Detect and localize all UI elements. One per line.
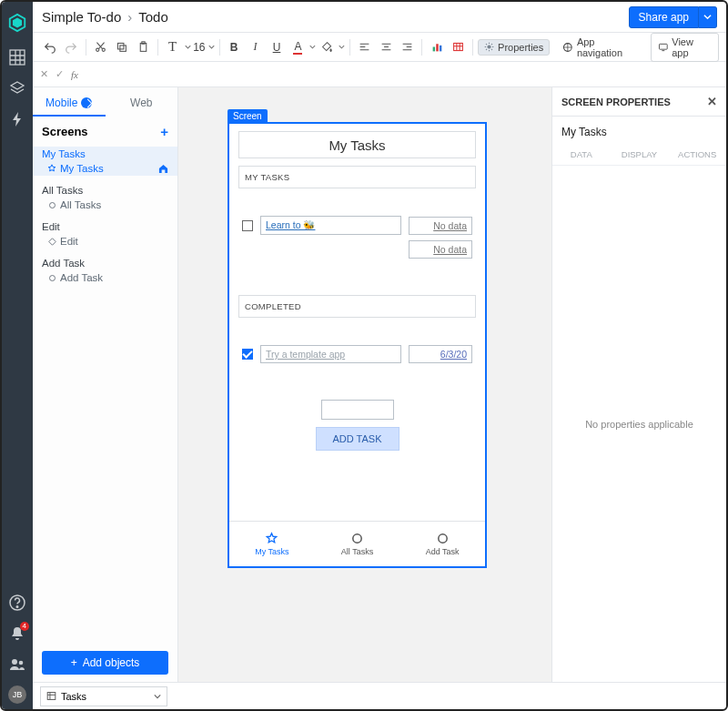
section-my-tasks-label[interactable]: MY TASKS (238, 166, 476, 188)
tab-mobile[interactable]: Mobile (33, 96, 106, 117)
page-title[interactable]: My Tasks (238, 131, 476, 158)
circle-icon (47, 273, 56, 282)
top-bar: Simple To-do › Todo Share app (33, 2, 726, 33)
fill-color-button[interactable] (318, 37, 337, 57)
grid-icon[interactable] (8, 48, 26, 66)
properties-empty: No properties applicable (552, 166, 726, 682)
task-row-open[interactable]: Learn to 🐝 No data (242, 216, 472, 235)
circle-icon (47, 200, 56, 209)
redo-button[interactable] (61, 37, 80, 57)
canvas[interactable]: Screen My Tasks MY TASKS Learn to 🐝 No d… (178, 87, 726, 682)
font-size[interactable]: 16 (193, 41, 214, 54)
breadcrumb-page[interactable]: Todo (138, 9, 168, 25)
svg-point-39 (49, 275, 55, 280)
share-app-button[interactable]: Share app (629, 6, 699, 28)
text-style-button[interactable]: T (163, 37, 182, 57)
chevron-down-icon[interactable] (184, 37, 191, 57)
tab-actions[interactable]: ACTIONS (668, 144, 726, 165)
align-center-button[interactable] (377, 37, 396, 57)
tab-web[interactable]: Web (106, 96, 178, 117)
task-meta-field[interactable]: No data (409, 217, 472, 235)
sidebar-item-my-tasks[interactable]: My Tasks (33, 147, 177, 161)
svg-rect-29 (439, 46, 440, 52)
bold-button[interactable]: B (224, 37, 243, 57)
align-left-button[interactable] (355, 37, 374, 57)
accept-icon[interactable]: ✓ (56, 68, 64, 80)
status-bar: Tasks (33, 682, 726, 709)
plus-icon: + (71, 656, 77, 669)
app-navigation-button[interactable]: App navigation (557, 35, 646, 60)
people-icon[interactable] (8, 655, 26, 674)
close-icon[interactable]: ✕ (707, 95, 717, 108)
device-bottom-nav: My Tasks All Tasks Add Task (229, 521, 485, 566)
sidebar-item-all-tasks[interactable]: All Tasks (33, 183, 177, 198)
italic-button[interactable]: I (246, 37, 265, 57)
nav-add-task[interactable]: Add Task (399, 522, 485, 566)
svg-point-11 (19, 661, 24, 665)
notifications-icon[interactable]: 4 (8, 625, 26, 643)
properties-toggle[interactable]: Properties (478, 39, 550, 56)
cut-button[interactable] (91, 37, 110, 57)
svg-point-41 (438, 534, 446, 543)
tab-data[interactable]: DATA (552, 144, 611, 165)
task-meta-field[interactable]: No data (409, 240, 472, 259)
sidebar-item-add-task[interactable]: Add Task (33, 256, 177, 270)
task-row-open-secondary[interactable]: No data (242, 240, 472, 259)
checkbox-checked[interactable] (242, 349, 253, 360)
align-right-button[interactable] (398, 37, 417, 57)
view-app-button[interactable]: View app (651, 33, 719, 62)
nav-my-tasks[interactable]: My Tasks (229, 522, 315, 566)
undo-button[interactable] (40, 37, 59, 57)
properties-header: SCREEN PROPERTIES ✕ (552, 87, 726, 117)
breadcrumb: Simple To-do › Todo (42, 9, 168, 25)
body-row: Mobile Web Screens + My Tasks My Tasks A… (33, 87, 726, 682)
formula-input[interactable] (86, 74, 719, 75)
properties-label: Properties (498, 42, 543, 53)
task-text-field[interactable]: Try a template app (260, 345, 401, 363)
paste-button[interactable] (134, 37, 153, 57)
svg-point-38 (49, 202, 55, 208)
tab-display[interactable]: DISPLAY (611, 144, 669, 165)
chevron-down-icon[interactable] (309, 44, 316, 50)
sidebar-item-edit[interactable]: Edit (33, 219, 177, 234)
screens-sidebar: Mobile Web Screens + My Tasks My Tasks A… (33, 87, 178, 682)
chevron-right-icon: › (127, 9, 132, 25)
tag-icon (47, 237, 56, 246)
sidebar-sub-my-tasks[interactable]: My Tasks (33, 161, 177, 176)
section-completed-label[interactable]: COMPLETED (238, 295, 476, 318)
add-screen-button[interactable]: + (160, 124, 168, 139)
device-preview[interactable]: My Tasks MY TASKS Learn to 🐝 No data No … (228, 122, 487, 568)
copy-button[interactable] (112, 37, 131, 57)
chevron-down-icon[interactable] (339, 44, 345, 50)
sidebar-sub-add-task[interactable]: Add Task (33, 270, 177, 285)
help-icon[interactable] (8, 594, 26, 612)
avatar[interactable]: JB (8, 686, 26, 704)
bolt-icon[interactable] (8, 110, 26, 128)
task-date-field[interactable]: 6/3/20 (409, 345, 472, 363)
svg-rect-42 (47, 693, 56, 700)
breadcrumb-app[interactable]: Simple To-do (42, 9, 121, 25)
column-chart-button[interactable] (427, 37, 446, 57)
sidebar-sub-all-tasks[interactable]: All Tasks (33, 198, 177, 212)
share-app-dropdown[interactable] (699, 6, 717, 28)
sidebar-sub-edit[interactable]: Edit (33, 234, 177, 249)
screens-heading: Screens + (33, 117, 177, 143)
close-icon[interactable]: ✕ (40, 68, 48, 80)
task-row-done[interactable]: Try a template app 6/3/20 (242, 345, 472, 363)
underline-button[interactable]: U (267, 37, 286, 57)
table-button[interactable] (449, 37, 468, 57)
formatting-toolbar: T 16 B I U A Properties App navigation (33, 33, 726, 62)
font-color-button[interactable]: A (288, 37, 308, 57)
add-objects-button[interactable]: + Add objects (42, 651, 168, 675)
svg-rect-30 (454, 43, 463, 50)
sheet-selector-label: Tasks (61, 691, 86, 702)
checkbox-unchecked[interactable] (242, 220, 253, 231)
add-task-button[interactable]: ADD TASK (316, 427, 399, 451)
table-icon (46, 691, 56, 701)
new-task-input[interactable] (321, 400, 394, 420)
chevron-down-icon (154, 693, 161, 700)
layers-icon[interactable] (8, 79, 26, 97)
nav-all-tasks[interactable]: All Tasks (315, 522, 400, 566)
sheet-selector[interactable]: Tasks (40, 686, 167, 706)
task-text-field[interactable]: Learn to 🐝 (260, 216, 401, 235)
